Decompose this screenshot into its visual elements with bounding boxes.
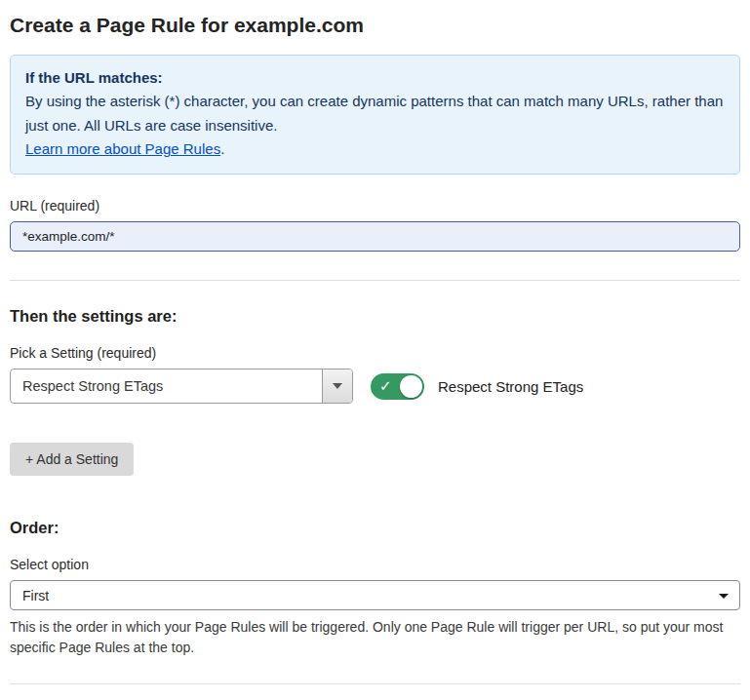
chevron-down-icon <box>333 383 342 389</box>
toggle-setting-label: Respect Strong ETags <box>438 378 583 395</box>
setting-row: Respect Strong ETags ✓ Respect Strong ET… <box>10 369 740 404</box>
pick-setting-label: Pick a Setting (required) <box>10 345 740 361</box>
info-box-body: By using the asterisk (*) character, you… <box>25 93 723 133</box>
order-section-heading: Order: <box>10 519 740 537</box>
info-box-heading: If the URL matches: <box>25 66 725 90</box>
toggle-knob <box>400 375 422 398</box>
footer-actions: Cancel Save as Draft Save and Deploy Pag… <box>10 684 740 700</box>
page-title: Create a Page Rule for example.com <box>10 14 740 37</box>
page-container: Create a Page Rule for example.com If th… <box>0 0 750 700</box>
order-select-dropdown[interactable]: First <box>10 580 740 610</box>
settings-section-heading: Then the settings are: <box>10 307 740 326</box>
url-input[interactable] <box>10 221 740 252</box>
chevron-down-icon <box>719 594 729 599</box>
url-match-info-box: If the URL matches: By using the asteris… <box>10 55 740 175</box>
order-select-value: First <box>22 588 49 603</box>
url-field-label: URL (required) <box>10 198 740 214</box>
setting-select-dropdown[interactable]: Respect Strong ETags <box>10 369 353 404</box>
check-icon: ✓ <box>379 378 392 393</box>
order-select-label: Select option <box>10 557 740 572</box>
link-period: . <box>220 140 224 157</box>
learn-more-link[interactable]: Learn more about Page Rules <box>25 140 220 157</box>
setting-toggle[interactable]: ✓ <box>371 373 424 400</box>
setting-select-value: Respect Strong ETags <box>11 369 322 403</box>
section-divider <box>10 280 740 281</box>
setting-select-caret-button[interactable] <box>322 369 352 403</box>
add-setting-button[interactable]: + Add a Setting <box>10 443 134 476</box>
order-help-text: This is the order in which your Page Rul… <box>10 617 736 658</box>
